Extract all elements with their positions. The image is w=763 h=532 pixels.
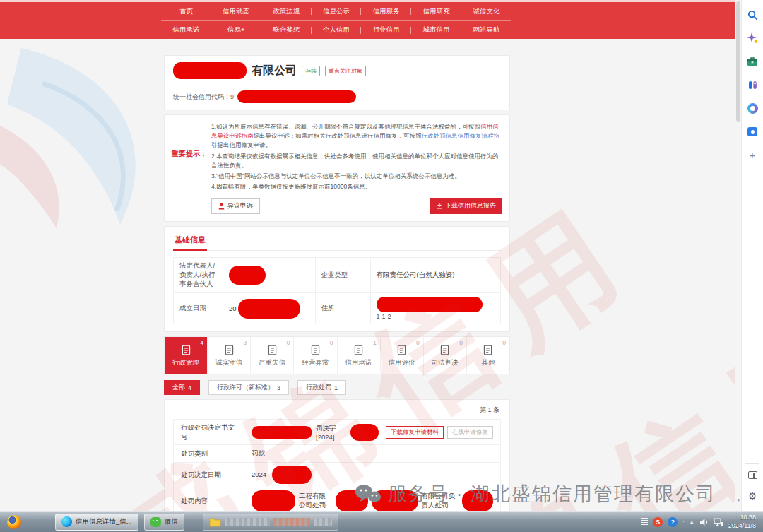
people-icon[interactable]	[746, 78, 759, 91]
redaction-blob-content1	[252, 490, 295, 511]
sogou-tray-icon[interactable]: S	[653, 517, 663, 527]
nav-item[interactable]: 首页	[161, 2, 211, 20]
category-tab[interactable]: 0 经营异常	[294, 337, 337, 374]
category-tab[interactable]: 4 行政管理	[165, 337, 208, 374]
tab-doc-icon	[223, 344, 235, 356]
network-icon[interactable]	[714, 518, 723, 526]
input-method-icon[interactable]	[641, 518, 648, 526]
download-repair-materials-button[interactable]: 下载修复申请材料	[386, 426, 444, 439]
copilot-sparkle-icon[interactable]	[746, 32, 759, 45]
nav-item[interactable]: 信用动态	[211, 2, 261, 20]
company-name-suffix: 有限公司	[252, 64, 297, 78]
add-sidebar-item-icon[interactable]: +	[746, 148, 759, 161]
tab-label: 信用评价	[389, 358, 415, 367]
nav-item[interactable]: 信用服务	[361, 2, 411, 20]
nav-item[interactable]: 信用研究	[411, 2, 461, 20]
tab-count-badge: 3	[244, 339, 247, 346]
address-label: 住所	[315, 293, 370, 324]
toolbox-icon[interactable]	[746, 55, 759, 68]
redaction-blob-content4	[462, 490, 493, 511]
notice-card: 重要提示： 1.如认为所展示信息存在错误、遗漏、公开期限不符合规定以及其他侵犯信…	[164, 114, 510, 222]
toggle-sidebar-panel-icon[interactable]	[746, 468, 759, 481]
doc-no-fragment: 罚决字[2024]	[316, 424, 347, 441]
page-scrollbar[interactable]: ▼	[735, 0, 741, 511]
nav-item[interactable]: 联合奖惩	[261, 21, 312, 39]
edge-task-button[interactable]: 信用信息详情_信...	[55, 514, 138, 531]
firefox-taskbar-icon[interactable]	[7, 515, 21, 529]
nav-item[interactable]: 诚信文化	[461, 2, 511, 20]
row-label: 处罚类别	[174, 444, 244, 462]
nav-item[interactable]: 信用承诺	[161, 21, 211, 39]
edge-icon	[61, 516, 72, 527]
category-tab[interactable]: 0 其他	[467, 337, 509, 374]
redaction-blob-legal-rep	[229, 266, 266, 285]
site-navbar: 首页信用动态政策法规信息公示信用服务信用研究诚信文化 信用承诺信易+联合奖惩个人…	[0, 2, 735, 39]
category-tabs: 4 行政管理 3 诚实守信	[164, 336, 510, 374]
nav-item[interactable]: 信易+	[211, 21, 261, 39]
category-tab[interactable]: 0 严重失信	[251, 337, 294, 374]
tab-label: 诚实守信	[215, 358, 242, 367]
nav-item[interactable]: 政策法规	[261, 2, 312, 20]
category-tab[interactable]: 3 诚实守信	[208, 337, 251, 374]
taskbar-clock[interactable]: 10:58 2024/11/8	[728, 514, 756, 530]
tab-doc-icon	[353, 344, 365, 356]
nav-item[interactable]: 网站导航	[461, 21, 511, 39]
folder-task-button[interactable]	[203, 514, 338, 531]
appeal-button-label: 异议申诉	[227, 201, 253, 211]
show-hidden-icons-arrow[interactable]: ▲	[690, 519, 694, 524]
help-tray-icon[interactable]: ?	[668, 517, 678, 527]
notice-text: 提出异议申诉；如需对相关行政处罚信息进行信用修复，可按照	[254, 132, 422, 139]
row-label: 处罚决定日期	[174, 462, 244, 487]
tab-count-badge: 1	[373, 339, 377, 346]
table-row: 处罚决定日期 2024-	[174, 462, 501, 487]
redaction-blob-company-name	[173, 62, 247, 79]
basic-info-title: 基础信息	[173, 235, 207, 251]
appeal-button[interactable]: 异议申诉	[211, 198, 260, 214]
search-icon[interactable]	[746, 8, 759, 21]
filter-count: 3	[277, 384, 280, 391]
volume-icon[interactable]	[699, 518, 709, 526]
wechat-task-button[interactable]: 微信	[144, 514, 184, 531]
desktop-screen: 首页信用动态政策法规信息公示信用服务信用研究诚信文化 信用承诺信易+联合奖惩个人…	[0, 0, 763, 532]
navbar-row-2: 信用承诺信易+联合奖惩个人信用行业信用城市信用网站导航	[161, 20, 511, 39]
notice-paragraph-3: 3.“信用中国”网站公示信息与认定单位公示信息不一致的，以认定单位相关系统公示信…	[211, 172, 502, 181]
online-repair-apply-button[interactable]: 在线申请修复	[447, 426, 493, 439]
filter-count: 4	[188, 384, 191, 391]
nav-item[interactable]: 个人信用	[312, 21, 362, 39]
download-button-label: 下载信用信息报告	[445, 201, 496, 211]
found-date-prefix: 20	[229, 304, 237, 312]
tab-count-badge: 0	[416, 339, 420, 346]
nav-item[interactable]: 信息公示	[312, 2, 362, 20]
tab-count-badge: 0	[502, 339, 506, 346]
download-report-button[interactable]: 下载信用信息报告	[430, 198, 502, 214]
tab-label: 其他	[481, 358, 495, 367]
sidebar-settings-gear-icon[interactable]: ⚙	[746, 490, 759, 502]
category-tab[interactable]: 0 司法判决	[424, 337, 467, 374]
redaction-blob-date	[272, 466, 312, 484]
nav-item[interactable]: 行业信用	[361, 21, 411, 39]
penalty-category-value: 罚款	[244, 444, 501, 462]
filter-button[interactable]: 行政许可（新标准） 3	[208, 380, 289, 395]
designer-loop-icon[interactable]	[746, 102, 759, 114]
scrollbar-thumb[interactable]	[736, 1, 740, 122]
browser-viewport: 首页信用动态政策法规信息公示信用服务信用研究诚信文化 信用承诺信易+联合奖惩个人…	[0, 0, 735, 511]
legal-rep-label: 法定代表人/负责人/执行事务合伙人	[174, 258, 223, 293]
nav-item[interactable]: 城市信用	[411, 21, 461, 39]
row-label: 行政处罚决定书文号	[174, 420, 244, 445]
decision-date-prefix: 2024-	[252, 471, 268, 478]
filter-button[interactable]: 行政处罚 1	[297, 380, 346, 395]
tab-label: 行政管理	[172, 358, 199, 367]
status-badge: 存续	[302, 66, 320, 76]
redaction-blob-credit-code	[237, 90, 356, 103]
screenshot-tool-icon[interactable]	[746, 125, 759, 138]
edge-task-label: 信用信息详情_信...	[76, 517, 132, 526]
redaction-blob-doc-no2	[350, 424, 379, 441]
company-type-value: 有限责任公司(自然人独资)	[370, 258, 500, 293]
category-tab[interactable]: 1 信用承诺	[338, 337, 381, 374]
tab-count-badge: 0	[459, 339, 463, 346]
tab-label: 司法判决	[432, 358, 459, 367]
filter-button[interactable]: 全部 4	[164, 380, 200, 395]
content-fragment-1: 工程有限公司处罚	[299, 492, 332, 510]
filter-label: 行政处罚	[306, 383, 331, 392]
category-tab[interactable]: 0 信用评价	[381, 337, 424, 374]
